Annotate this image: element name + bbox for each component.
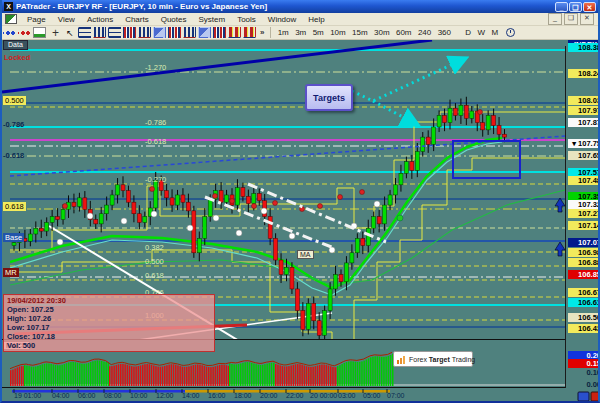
axis-divider — [565, 46, 566, 388]
pivot-high-dot — [338, 195, 343, 200]
macd-bar — [370, 357, 372, 386]
macd-bar — [379, 357, 381, 386]
menu-item-charts[interactable]: Charts — [119, 15, 155, 24]
cross-icon[interactable] — [48, 27, 61, 38]
timeframe-60m[interactable]: 60m — [393, 28, 415, 37]
targets-button[interactable]: Targets — [305, 84, 353, 111]
trend-line[interactable] — [2, 40, 432, 92]
minimize-button[interactable]: _ — [555, 2, 568, 12]
macd-bar — [162, 366, 164, 386]
candle-body — [39, 228, 43, 231]
bars-icon[interactable] — [138, 27, 151, 38]
timeframe-15m[interactable]: 15m — [349, 28, 371, 37]
fib-label--0.786: -0.786 — [145, 118, 166, 127]
shade-icon[interactable] — [153, 27, 166, 38]
macd-bar — [72, 362, 74, 386]
macd-bar — [260, 365, 262, 386]
macd-bar — [92, 361, 94, 386]
menu-item-actions[interactable]: Actions — [81, 15, 119, 24]
macd-bar — [86, 364, 88, 386]
title-bar[interactable]: X PATrader - EURJPY RF - [EURJPY, 10 min… — [2, 0, 598, 13]
macd-bar — [168, 365, 170, 386]
time-label-20-00:00: 20 00:00 — [310, 392, 337, 399]
time-label-14:00: 14:00 — [182, 392, 200, 399]
line-icon[interactable] — [78, 27, 91, 38]
mdi-close-button[interactable]: ✕ — [580, 13, 594, 25]
price-label-107.97: 107.97 — [568, 106, 600, 115]
price-label-107.27: 107.27 — [568, 209, 600, 218]
candle-icon[interactable] — [168, 27, 181, 38]
macd-bar — [37, 366, 39, 386]
timeframe-240[interactable]: 240 — [415, 28, 435, 37]
candle-icon[interactable] — [213, 27, 226, 38]
projection-arrow[interactable] — [352, 59, 464, 101]
period-D[interactable]: D — [462, 28, 474, 37]
fib-label-0.618: 0.618 — [145, 271, 164, 280]
price-label-107.65: 107.65 — [568, 151, 600, 160]
macd-bar — [286, 366, 288, 386]
menu-item-view[interactable]: View — [52, 15, 81, 24]
macd-bar — [328, 366, 330, 386]
cursor-icon[interactable] — [63, 27, 76, 38]
find1-icon[interactable] — [3, 27, 16, 38]
macd-bar — [262, 365, 264, 386]
tab-data[interactable]: Data — [3, 40, 28, 50]
bars-icon[interactable] — [93, 27, 106, 38]
candle-icon[interactable] — [123, 27, 136, 38]
macd-bar — [46, 363, 48, 386]
macd-bar — [266, 364, 268, 386]
restore-button[interactable]: ❏ — [569, 2, 582, 12]
menu-item-system[interactable]: System — [192, 15, 231, 24]
bars-icon[interactable] — [183, 27, 196, 38]
line-icon[interactable] — [108, 27, 121, 38]
mdi-minimize-button[interactable]: _ — [548, 13, 562, 25]
macd-bar — [31, 367, 32, 386]
macd-bar — [236, 364, 238, 386]
menu-item-quotes[interactable]: Quotes — [155, 15, 193, 24]
candle-body — [415, 152, 419, 171]
timeframe-3m[interactable]: 3m — [292, 28, 310, 37]
timeframe-30m[interactable]: 30m — [371, 28, 393, 37]
mdi-restore-button[interactable]: ❏ — [564, 13, 578, 25]
menu-item-window[interactable]: Window — [262, 15, 302, 24]
projection-arrow[interactable] — [373, 101, 416, 124]
candle-body — [50, 217, 54, 223]
timeframe-10m[interactable]: 10m — [327, 28, 349, 37]
timeframe-5m[interactable]: 5m — [309, 28, 327, 37]
chart-area[interactable]: Data Locked INDEX 108.38108.24108.03107.… — [2, 40, 598, 403]
find2-icon[interactable] — [18, 27, 31, 38]
macd-bar — [306, 366, 308, 386]
macd-bar — [304, 365, 306, 386]
clock-icon[interactable] — [506, 28, 515, 37]
macd-bar — [355, 362, 357, 386]
timeframe-1m[interactable]: 1m — [274, 28, 292, 37]
chart-icon[interactable] — [33, 27, 46, 38]
price-label-108.03: 108.03 — [568, 96, 600, 105]
price-label-107.75: ▾ 107.75 — [568, 139, 600, 148]
macd-bar — [26, 366, 28, 386]
timeframe-360[interactable]: 360 — [434, 28, 454, 37]
steps-icon[interactable] — [228, 27, 241, 38]
macd-bar — [334, 367, 336, 386]
indicator-line — [10, 142, 502, 295]
menu-item-help[interactable]: Help — [302, 15, 330, 24]
menu-item-tools[interactable]: Tools — [231, 15, 262, 24]
grid-tool-icon[interactable] — [578, 392, 589, 401]
shade-icon[interactable] — [198, 27, 211, 38]
menu-item-page[interactable]: Page — [21, 15, 52, 24]
price-label-106.43: 106.43 — [568, 324, 600, 333]
target-zone-rectangle[interactable] — [452, 140, 521, 179]
period-W[interactable]: W — [474, 28, 488, 37]
macd-bar — [383, 357, 385, 386]
macd-bar — [179, 366, 181, 386]
toolbar-overflow-chevron[interactable]: » — [257, 28, 267, 37]
macd-bar — [290, 365, 292, 386]
macd-bar — [385, 357, 387, 386]
close-button[interactable]: ✕ — [583, 2, 596, 12]
macd-bar — [77, 363, 79, 386]
period-M[interactable]: M — [488, 28, 501, 37]
steps-icon[interactable] — [243, 27, 256, 38]
macd-bar — [297, 364, 299, 386]
time-label-16:00: 16:00 — [208, 392, 226, 399]
close-tool-icon[interactable] — [591, 392, 598, 401]
